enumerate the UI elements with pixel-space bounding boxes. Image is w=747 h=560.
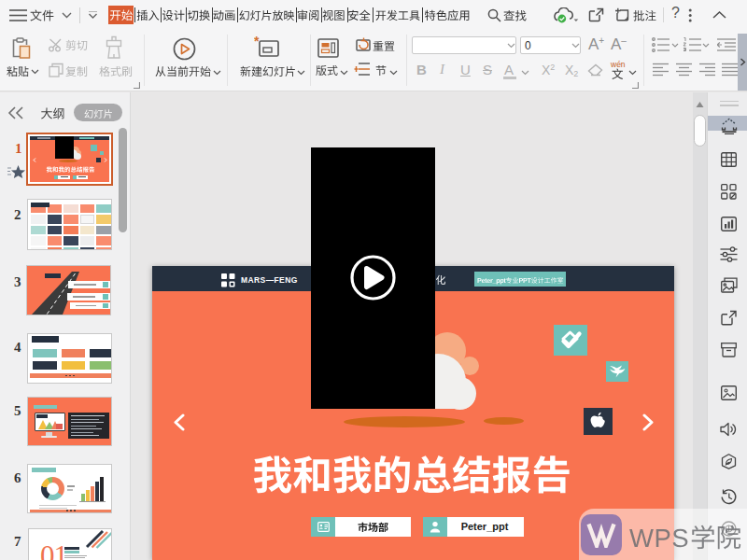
svg-text:*: * xyxy=(254,35,260,49)
